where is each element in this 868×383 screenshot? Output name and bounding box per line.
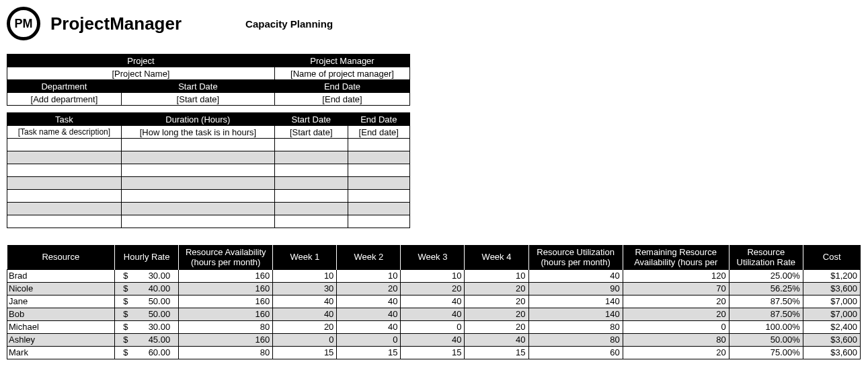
task-cell[interactable] [348, 190, 409, 203]
task-cell[interactable] [348, 139, 409, 151]
task-name-cell[interactable]: [Task name & description] [7, 126, 122, 139]
task-cell[interactable] [121, 164, 274, 177]
resource-avail[interactable]: 160 [179, 282, 273, 295]
resource-w2[interactable]: 40 [337, 308, 401, 320]
resource-remain[interactable]: 0 [623, 320, 729, 333]
task-cell[interactable] [274, 139, 348, 151]
task-start-cell[interactable]: [Start date] [274, 126, 348, 139]
resource-w4[interactable]: 15 [465, 346, 528, 359]
task-cell[interactable] [121, 215, 274, 228]
resource-rate[interactable]: $30.00 [115, 320, 179, 333]
resource-util[interactable]: 80 [528, 333, 623, 346]
task-cell[interactable] [7, 139, 122, 151]
task-cell[interactable] [348, 215, 409, 228]
task-cell[interactable] [121, 151, 274, 164]
resource-w3[interactable]: 15 [401, 346, 465, 359]
task-cell[interactable] [121, 190, 274, 203]
resource-cost[interactable]: $3,600 [803, 346, 860, 359]
task-cell[interactable] [7, 151, 122, 164]
resource-w3[interactable]: 0 [401, 320, 465, 333]
resource-rate[interactable]: $60.00 [115, 346, 179, 359]
resource-w1[interactable]: 0 [273, 333, 337, 346]
resource-remain[interactable]: 80 [623, 333, 729, 346]
resource-remain[interactable]: 20 [623, 346, 729, 359]
task-cell[interactable] [274, 164, 348, 177]
resource-w1[interactable]: 20 [273, 320, 337, 333]
resource-remain[interactable]: 20 [623, 295, 729, 308]
resource-avail[interactable]: 160 [179, 333, 273, 346]
resource-remain[interactable]: 70 [623, 282, 729, 295]
resource-w4[interactable]: 40 [465, 333, 528, 346]
resource-util-rate[interactable]: 87.50% [729, 308, 803, 320]
resource-avail[interactable]: 160 [179, 269, 273, 282]
resource-rate[interactable]: $45.00 [115, 333, 179, 346]
task-cell[interactable] [121, 203, 274, 215]
resource-avail[interactable]: 80 [179, 320, 273, 333]
task-cell[interactable] [7, 215, 122, 228]
resource-w3[interactable]: 20 [401, 282, 465, 295]
resource-cost[interactable]: $1,200 [803, 269, 860, 282]
task-cell[interactable] [7, 190, 122, 203]
task-cell[interactable] [121, 139, 274, 151]
resource-cost[interactable]: $7,000 [803, 308, 860, 320]
task-cell[interactable] [274, 215, 348, 228]
resource-w3[interactable]: 10 [401, 269, 465, 282]
task-cell[interactable] [348, 151, 409, 164]
resource-w4[interactable]: 20 [465, 295, 528, 308]
task-cell[interactable] [274, 177, 348, 190]
resource-avail[interactable]: 160 [179, 308, 273, 320]
task-end-cell[interactable]: [End date] [348, 126, 409, 139]
resource-util[interactable]: 140 [528, 295, 623, 308]
resource-w2[interactable]: 40 [337, 295, 401, 308]
resource-name[interactable]: Mark [7, 346, 115, 359]
resource-util-rate[interactable]: 87.50% [729, 295, 803, 308]
resource-cost[interactable]: $7,000 [803, 295, 860, 308]
resource-util[interactable]: 140 [528, 308, 623, 320]
resource-name[interactable]: Bob [7, 308, 115, 320]
resource-cost[interactable]: $3,600 [803, 333, 860, 346]
resource-util[interactable]: 80 [528, 320, 623, 333]
task-cell[interactable] [7, 177, 122, 190]
resource-w2[interactable]: 20 [337, 282, 401, 295]
resource-util[interactable]: 90 [528, 282, 623, 295]
task-cell[interactable] [348, 177, 409, 190]
task-cell[interactable] [7, 203, 122, 215]
task-cell[interactable] [348, 164, 409, 177]
resource-w4[interactable]: 20 [465, 320, 528, 333]
resource-avail[interactable]: 160 [179, 295, 273, 308]
resource-w1[interactable]: 30 [273, 282, 337, 295]
resource-w1[interactable]: 40 [273, 295, 337, 308]
task-cell[interactable] [274, 203, 348, 215]
resource-rate[interactable]: $50.00 [115, 295, 179, 308]
val-start[interactable]: [Start date] [121, 93, 274, 106]
resource-w2[interactable]: 0 [337, 333, 401, 346]
resource-rate[interactable]: $50.00 [115, 308, 179, 320]
resource-w1[interactable]: 15 [273, 346, 337, 359]
resource-util-rate[interactable]: 25.00% [729, 269, 803, 282]
resource-remain[interactable]: 120 [623, 269, 729, 282]
val-project[interactable]: [Project Name] [7, 67, 275, 80]
resource-name[interactable]: Jane [7, 295, 115, 308]
resource-w2[interactable]: 10 [337, 269, 401, 282]
resource-w3[interactable]: 40 [401, 308, 465, 320]
task-duration-cell[interactable]: [How long the task is in hours] [121, 126, 274, 139]
resource-w4[interactable]: 10 [465, 269, 528, 282]
resource-util-rate[interactable]: 56.25% [729, 282, 803, 295]
resource-util-rate[interactable]: 100.00% [729, 320, 803, 333]
resource-name[interactable]: Ashley [7, 333, 115, 346]
task-cell[interactable] [121, 177, 274, 190]
resource-w2[interactable]: 40 [337, 320, 401, 333]
task-cell[interactable] [348, 203, 409, 215]
resource-rate[interactable]: $40.00 [115, 282, 179, 295]
resource-rate[interactable]: $30.00 [115, 269, 179, 282]
resource-cost[interactable]: $2,400 [803, 320, 860, 333]
resource-util[interactable]: 40 [528, 269, 623, 282]
resource-w1[interactable]: 40 [273, 308, 337, 320]
resource-name[interactable]: Michael [7, 320, 115, 333]
resource-w4[interactable]: 20 [465, 308, 528, 320]
val-pm[interactable]: [Name of project manager] [274, 67, 409, 80]
resource-util-rate[interactable]: 50.00% [729, 333, 803, 346]
resource-w1[interactable]: 10 [273, 269, 337, 282]
val-dept[interactable]: [Add department] [7, 93, 122, 106]
resource-w3[interactable]: 40 [401, 333, 465, 346]
